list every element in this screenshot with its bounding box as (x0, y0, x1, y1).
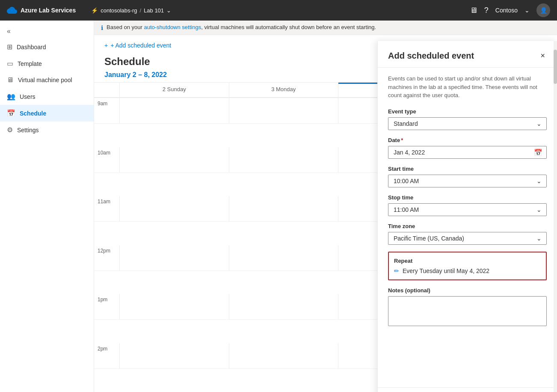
sidebar-collapse-button[interactable]: « (0, 24, 94, 39)
event-type-select[interactable]: Standard (388, 117, 547, 130)
sidebar-item-vm-pool[interactable]: 🖥 Virtual machine pool (0, 72, 94, 88)
timezone-label: Time zone (388, 223, 547, 229)
breadcrumb-icon: ⚡ (91, 7, 98, 14)
date-input-wrapper: 📅 (388, 146, 547, 159)
breadcrumb-dropdown[interactable]: ⌄ (166, 7, 171, 14)
event-type-label: Event type (388, 108, 547, 115)
cal-cell-sun-11[interactable] (120, 196, 229, 222)
users-icon: 👥 (7, 92, 15, 101)
time-slot-9am: 9am (94, 98, 120, 124)
start-time-group: Start time 10:00 AM (388, 166, 547, 187)
repeat-section: Repeat ✏ Every Tuesday until May 4, 2022 (388, 252, 547, 280)
time-slot-2pm: 2pm (94, 343, 120, 369)
add-scheduled-event-panel: Add scheduled event × Events can be used… (377, 41, 557, 392)
notes-label: Notes (optional) (388, 287, 547, 294)
monitor-icon[interactable]: 🖥 (470, 6, 477, 15)
panel-header: Add scheduled event × (378, 41, 557, 68)
date-label: Date* (388, 137, 547, 143)
avatar[interactable]: 👤 (536, 3, 550, 17)
stop-time-label: Stop time (388, 194, 547, 201)
add-scheduled-event-button[interactable]: + + Add scheduled event (104, 40, 171, 50)
user-menu[interactable]: Contoso (495, 7, 518, 14)
repeat-edit-icon[interactable]: ✏ (394, 267, 399, 274)
cal-cell-sun-9[interactable] (120, 98, 229, 124)
notes-group: Notes (optional) (388, 287, 547, 327)
calendar-day-monday: 3 Monday (229, 83, 339, 97)
vm-pool-icon: 🖥 (7, 76, 14, 84)
settings-icon: ⚙ (7, 126, 13, 134)
auto-shutdown-link[interactable]: auto-shutdown settings (144, 24, 201, 30)
top-navigation: Azure Lab Services ⚡ contosolabs-rg / La… (0, 0, 557, 21)
panel-footer: Save Discard (378, 387, 557, 392)
sidebar-item-users[interactable]: 👥 Users (0, 88, 94, 105)
cal-cell-sun-14[interactable] (120, 343, 229, 369)
add-event-label: + Add scheduled event (110, 42, 171, 49)
cal-cell-mon-11[interactable] (229, 196, 339, 222)
calendar-day-sunday: 2 Sunday (120, 83, 229, 97)
timezone-select[interactable]: Pacific Time (US, Canada) (388, 232, 547, 245)
sidebar-label-dashboard: Dashboard (17, 44, 46, 50)
cal-cell-sun-13[interactable] (120, 294, 229, 320)
time-column-header (94, 83, 120, 97)
info-text: Based on your auto-shutdown settings, vi… (107, 24, 376, 30)
cal-cell-mon-13[interactable] (229, 294, 339, 320)
cal-cell-mon-14[interactable] (229, 343, 339, 369)
cal-cell-sun-10[interactable] (120, 147, 229, 173)
cal-cell-mon-9[interactable] (229, 98, 339, 124)
sidebar: « ⊞ Dashboard ▭ Template 🖥 Virtual machi… (0, 21, 94, 392)
top-nav-right: 🖥 ? Contoso ⌄ 👤 (470, 3, 550, 17)
stop-time-select-wrapper: 11:00 AM (388, 203, 547, 216)
start-time-label: Start time (388, 166, 547, 172)
breadcrumb-separator: / (139, 7, 141, 14)
timezone-select-wrapper: Pacific Time (US, Canada) (388, 232, 547, 245)
repeat-text[interactable]: Every Tuesday until May 4, 2022 (403, 267, 489, 274)
sidebar-label-users: Users (20, 93, 36, 100)
start-time-select[interactable]: 10:00 AM (388, 175, 547, 187)
sidebar-item-template[interactable]: ▭ Template (0, 55, 94, 72)
info-bar: ℹ Based on your auto-shutdown settings, … (94, 21, 557, 35)
sidebar-label-template: Template (18, 60, 42, 67)
time-slot-1pm: 1pm (94, 294, 120, 320)
panel-description: Events can be used to start up and/or sh… (388, 74, 547, 100)
repeat-value: ✏ Every Tuesday until May 4, 2022 (394, 267, 541, 274)
help-icon[interactable]: ? (484, 6, 489, 15)
cloud-icon (7, 5, 17, 15)
stop-time-select[interactable]: 11:00 AM (388, 203, 547, 216)
time-slot-12pm: 12pm (94, 245, 120, 271)
info-icon: ℹ (101, 24, 103, 31)
app-logo: Azure Lab Services (7, 5, 76, 15)
cal-cell-sun-12[interactable] (120, 245, 229, 271)
sidebar-label-settings: Settings (17, 127, 39, 134)
time-slot-10am: 10am (94, 147, 120, 173)
cal-cell-mon-10[interactable] (229, 147, 339, 173)
breadcrumb-resource[interactable]: contosolabs-rg (101, 7, 137, 14)
notes-textarea[interactable] (388, 296, 547, 326)
breadcrumb: ⚡ contosolabs-rg / Lab 101 ⌄ (91, 7, 171, 14)
date-input[interactable] (388, 146, 547, 159)
scrollbar-track (554, 41, 557, 392)
event-type-select-wrapper: Standard (388, 117, 547, 130)
breadcrumb-lab[interactable]: Lab 101 (144, 7, 164, 14)
start-time-select-wrapper: 10:00 AM (388, 175, 547, 187)
cal-cell-mon-12[interactable] (229, 245, 339, 271)
date-group: Date* 📅 (388, 137, 547, 159)
timezone-group: Time zone Pacific Time (US, Canada) (388, 223, 547, 245)
dashboard-icon: ⊞ (7, 43, 12, 51)
schedule-icon: 📅 (7, 109, 15, 117)
time-slot-11am: 11am (94, 196, 120, 222)
plus-icon: + (104, 42, 108, 49)
template-icon: ▭ (7, 59, 13, 68)
sidebar-label-schedule: Schedule (20, 110, 46, 117)
app-name: Azure Lab Services (21, 7, 76, 14)
event-type-group: Event type Standard (388, 108, 547, 130)
calendar-icon: 📅 (534, 148, 542, 156)
sidebar-item-dashboard[interactable]: ⊞ Dashboard (0, 39, 94, 55)
close-panel-button[interactable]: × (539, 50, 547, 62)
panel-title: Add scheduled event (388, 51, 474, 61)
panel-body: Events can be used to start up and/or sh… (378, 68, 557, 387)
sidebar-item-settings[interactable]: ⚙ Settings (0, 122, 94, 138)
sidebar-item-schedule[interactable]: 📅 Schedule (0, 105, 94, 122)
sidebar-label-vm-pool: Virtual machine pool (18, 77, 72, 83)
scrollbar-thumb[interactable] (554, 50, 557, 84)
repeat-label: Repeat (394, 258, 541, 264)
